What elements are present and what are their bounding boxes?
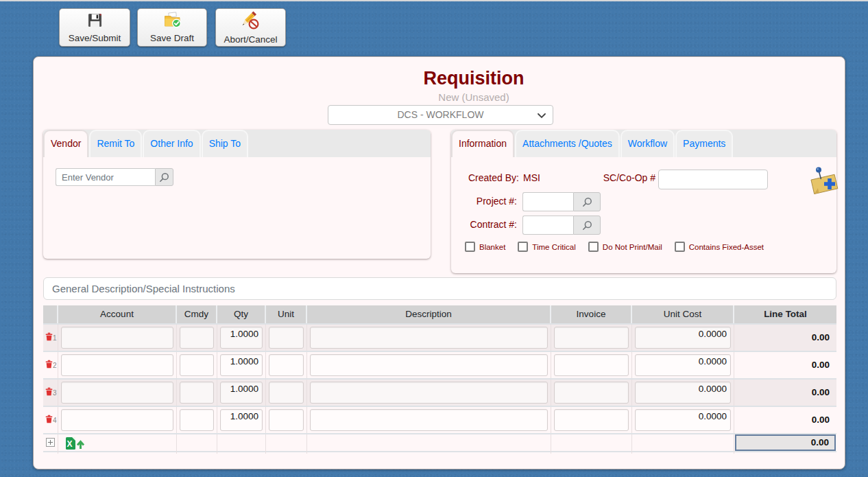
information-card: InformationAttachments /QuotesWorkflowPa…	[451, 130, 836, 273]
save-submit-label: Save/Submit	[69, 33, 121, 43]
cmdy-input-row2[interactable]	[180, 354, 214, 376]
unit-cost-input-row1[interactable]	[635, 327, 731, 349]
vendor-search-button[interactable]	[155, 168, 173, 186]
row-number: 2	[53, 362, 57, 369]
vendor-input[interactable]	[56, 168, 155, 186]
qty-input-row4[interactable]	[220, 409, 263, 431]
col-unit: Unit	[266, 305, 307, 323]
unit-input-row2[interactable]	[269, 354, 304, 376]
tab-other-info[interactable]: Other Info	[143, 130, 200, 157]
save-draft-label: Save Draft	[150, 33, 194, 43]
checkbox-label: Time Critical	[532, 243, 575, 251]
delete-row-icon[interactable]	[45, 386, 53, 399]
tab-remit-to[interactable]: Remit To	[89, 130, 142, 157]
delete-row-icon[interactable]	[45, 414, 53, 426]
requisition-panel: Requisition New (Unsaved) DCS - WORKFLOW…	[33, 56, 845, 469]
line-total-row2: 0.00	[734, 352, 836, 378]
flag-time-critical: Time Critical	[518, 242, 575, 252]
col-description: Description	[307, 305, 551, 323]
col-unit-cost: Unit Cost	[632, 305, 734, 323]
tab-workflow[interactable]: Workflow	[620, 130, 675, 157]
row-number: 3	[53, 389, 57, 397]
delete-row-icon[interactable]	[45, 359, 53, 371]
line-total-row3: 0.00	[734, 380, 836, 406]
chevron-down-icon	[538, 113, 546, 119]
workflow-dropdown[interactable]: DCS - WORKFLOW	[328, 105, 553, 125]
cmdy-input-row3[interactable]	[180, 382, 214, 404]
table-row-2: 20.00	[43, 351, 836, 378]
invoice-input-row1[interactable]	[554, 327, 629, 349]
invoice-input-row3[interactable]	[554, 382, 629, 404]
checkbox-label: Do Not Print/Mail	[603, 243, 662, 251]
project-label: Project #:	[451, 196, 517, 207]
sc-coop-input[interactable]	[658, 170, 768, 189]
add-row-button[interactable]	[46, 438, 55, 447]
row-number: 1	[53, 334, 57, 342]
unit-input-row4[interactable]	[269, 409, 304, 431]
checkbox[interactable]	[675, 242, 685, 252]
qty-input-row3[interactable]	[220, 382, 263, 404]
tab-attachments-quotes[interactable]: Attachments /Quotes	[515, 130, 620, 157]
delete-row-icon[interactable]	[45, 331, 53, 344]
col-account: Account	[58, 305, 177, 323]
created-by-value: MSI	[523, 172, 540, 183]
project-input[interactable]	[522, 192, 573, 211]
qty-input-row1[interactable]	[220, 327, 263, 349]
account-input-row1[interactable]	[61, 327, 173, 349]
checkbox[interactable]	[588, 242, 599, 252]
general-description-input[interactable]	[43, 277, 836, 300]
unit-cost-input-row2[interactable]	[635, 354, 731, 376]
col-delete	[43, 305, 58, 323]
top-edge-strip	[0, 0, 868, 1]
search-icon	[159, 172, 169, 183]
excel-upload-icon[interactable]: X	[64, 436, 86, 454]
info-tabstrip: InformationAttachments /QuotesWorkflowPa…	[451, 130, 836, 157]
account-input-row3[interactable]	[61, 382, 173, 404]
search-icon	[582, 220, 592, 231]
line-total-row1: 0.00	[734, 325, 836, 351]
project-search-button[interactable]	[573, 192, 601, 211]
checkbox[interactable]	[465, 242, 475, 252]
table-footer: X 0.00	[43, 433, 836, 452]
tab-payments[interactable]: Payments	[675, 130, 733, 157]
col-qty: Qty	[217, 305, 266, 323]
abort-cancel-button[interactable]: Abort/Cancel	[215, 8, 286, 47]
tab-information[interactable]: Information	[451, 130, 514, 157]
table-row-3: 30.00	[43, 378, 836, 406]
grand-total: 0.00	[735, 434, 836, 451]
description-input-row4[interactable]	[310, 409, 548, 431]
account-input-row2[interactable]	[61, 354, 173, 376]
tab-ship-to[interactable]: Ship To	[202, 130, 248, 157]
unit-input-row3[interactable]	[269, 382, 304, 404]
pencil-cancel-icon	[241, 11, 260, 32]
abort-cancel-label: Abort/Cancel	[224, 34, 277, 45]
flags-row: BlanketTime CriticalDo Not Print/MailCon…	[465, 242, 764, 252]
save-draft-button[interactable]: Save Draft	[137, 8, 207, 47]
invoice-input-row2[interactable]	[554, 354, 629, 376]
description-input-row2[interactable]	[310, 354, 548, 376]
contract-search-button[interactable]	[573, 216, 601, 235]
attach-note-icon[interactable]	[809, 165, 839, 198]
contract-input[interactable]	[522, 216, 573, 235]
contract-label: Contract #:	[451, 219, 517, 230]
page-title: Requisition	[424, 68, 525, 89]
vendor-tabstrip: VendorRemit ToOther InfoShip To	[43, 130, 431, 157]
status-subtitle: New (Unsaved)	[438, 91, 509, 103]
table-header: Account Cmdy Qty Unit Description Invoic…	[43, 305, 836, 323]
checkbox[interactable]	[518, 242, 528, 252]
tab-vendor[interactable]: Vendor	[43, 130, 88, 157]
unit-cost-input-row3[interactable]	[635, 382, 731, 404]
cmdy-input-row1[interactable]	[180, 327, 214, 349]
save-submit-button[interactable]: Save/Submit	[59, 8, 130, 47]
cmdy-input-row4[interactable]	[180, 409, 214, 431]
qty-input-row2[interactable]	[220, 354, 263, 376]
invoice-input-row4[interactable]	[554, 409, 629, 431]
line-total-row4: 0.00	[734, 407, 836, 433]
description-input-row1[interactable]	[310, 327, 548, 349]
unit-cost-input-row4[interactable]	[635, 409, 731, 431]
description-input-row3[interactable]	[310, 382, 548, 404]
checkbox-label: Contains Fixed-Asset	[689, 243, 764, 251]
account-input-row4[interactable]	[61, 409, 173, 431]
unit-input-row1[interactable]	[269, 327, 304, 349]
workflow-dropdown-value: DCS - WORKFLOW	[328, 106, 553, 124]
